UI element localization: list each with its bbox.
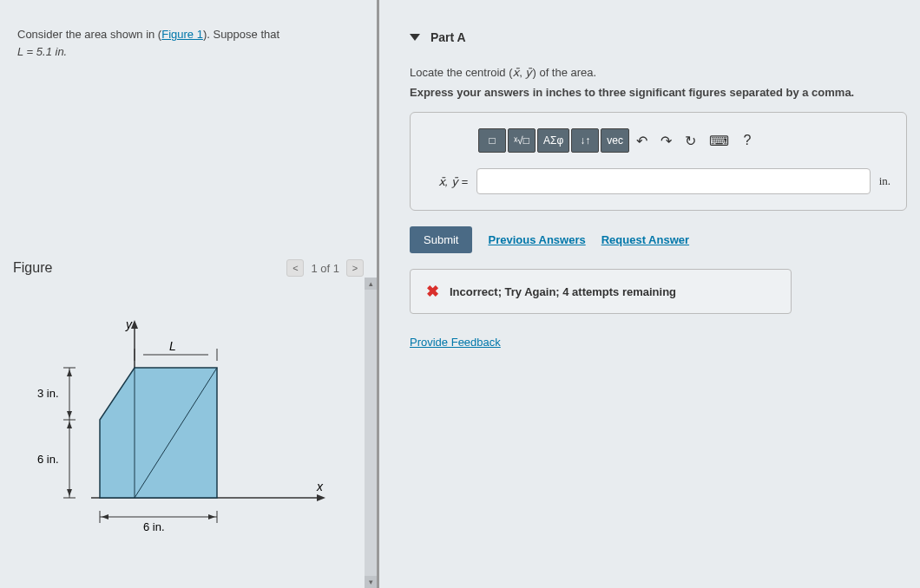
svg-marker-14 — [67, 411, 72, 418]
svg-marker-3 — [317, 494, 325, 501]
figure-image: y x L 3 in. — [13, 281, 364, 550]
tool-help[interactable]: ? — [736, 128, 759, 153]
svg-marker-4 — [100, 368, 217, 498]
dim-3in: 3 in. — [37, 387, 59, 400]
request-answer-link[interactable]: Request Answer — [601, 233, 689, 246]
tool-root[interactable]: ᵡ√□ — [508, 128, 536, 153]
part-title: Part A — [430, 30, 466, 44]
axis-x-label: x — [316, 480, 324, 493]
figure-nav: < 1 of 1 > — [286, 259, 364, 277]
provide-feedback-link[interactable]: Provide Feedback — [410, 336, 501, 349]
unit-label: in. — [879, 174, 890, 188]
answer-input[interactable] — [476, 168, 871, 194]
figure-next-button[interactable]: > — [346, 259, 364, 277]
tool-arrows[interactable]: ↓↑ — [571, 128, 599, 153]
answer-box: □ ᵡ√□ ΑΣφ ↓↑ vec ↶ ↷ ↻ ⌨ ? x̄, ȳ = in. — [410, 112, 907, 211]
figure-prev-button[interactable]: < — [286, 259, 304, 277]
svg-marker-23 — [208, 514, 215, 519]
tool-redo[interactable]: ↷ — [655, 128, 678, 153]
dim-6in-h: 6 in. — [143, 520, 165, 532]
submit-button[interactable]: Submit — [410, 226, 472, 253]
figure-nav-label: 1 of 1 — [311, 262, 339, 275]
problem-statement: Consider the area shown in (Figure 1). S… — [13, 17, 364, 82]
input-label: x̄, ȳ = — [426, 175, 468, 188]
axis-y-label: y — [125, 317, 133, 331]
instruction-express: Express your answers in inches to three … — [410, 86, 907, 99]
tool-template[interactable]: □ — [478, 128, 506, 153]
scroll-up-icon[interactable]: ▴ — [365, 278, 377, 290]
svg-marker-22 — [102, 514, 108, 519]
tool-keyboard[interactable]: ⌨ — [704, 128, 734, 153]
tool-vec[interactable]: vec — [601, 128, 629, 153]
dim-L: L — [169, 339, 176, 353]
feedback-box: ✖ Incorrect; Try Again; 4 attempts remai… — [410, 269, 792, 314]
problem-prefix: Consider the area shown in ( — [17, 28, 161, 41]
problem-equation: L = 5.1 in. — [17, 45, 67, 58]
feedback-text: Incorrect; Try Again; 4 attempts remaini… — [450, 285, 676, 298]
svg-marker-18 — [67, 489, 72, 496]
instruction-locate: Locate the centroid (x̄, ȳ) of the area. — [410, 66, 907, 79]
svg-marker-17 — [67, 421, 72, 428]
figure-link[interactable]: Figure 1 — [161, 28, 203, 41]
incorrect-icon: ✖ — [426, 282, 439, 301]
tool-greek[interactable]: ΑΣφ — [537, 128, 569, 153]
figure-scrollbar[interactable]: ▴ ▾ — [365, 278, 377, 588]
tool-reset[interactable]: ↻ — [680, 128, 702, 153]
scroll-down-icon[interactable]: ▾ — [365, 576, 377, 588]
svg-marker-13 — [67, 369, 72, 376]
problem-suffix: ). Suppose that — [203, 28, 279, 41]
equation-toolbar: □ ᵡ√□ ΑΣφ ↓↑ vec ↶ ↷ ↻ ⌨ ? — [478, 128, 890, 153]
tool-undo[interactable]: ↶ — [631, 128, 654, 153]
dim-6in-v: 6 in. — [37, 453, 59, 466]
collapse-icon[interactable] — [410, 34, 420, 41]
figure-title: Figure — [13, 260, 52, 276]
previous-answers-link[interactable]: Previous Answers — [488, 233, 585, 246]
svg-marker-1 — [131, 320, 138, 329]
